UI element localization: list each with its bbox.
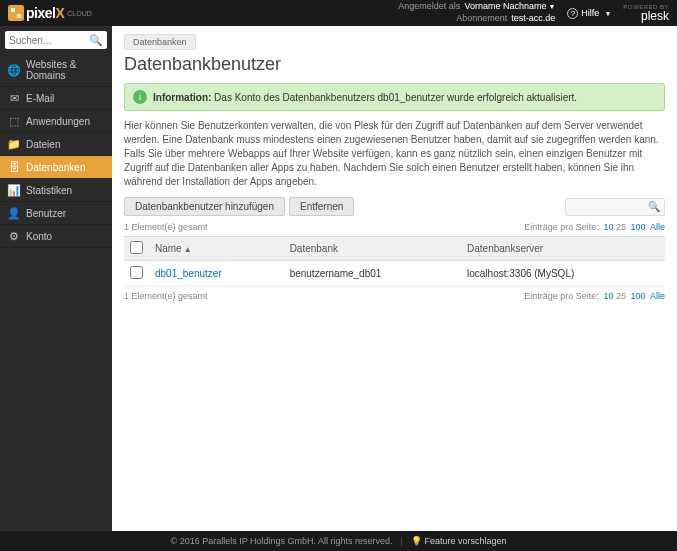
sidebar-item-email[interactable]: ✉E-Mail (0, 87, 112, 110)
page-description: Hier können Sie Benutzerkonten verwalten… (124, 119, 665, 189)
logo-cloud-label: CLOUD (67, 10, 92, 17)
logged-in-label: Angemeldet als (398, 1, 460, 13)
sidebar-item-statistics[interactable]: 📊Statistiken (0, 179, 112, 202)
pager-25: 25 (616, 291, 626, 301)
cell-server: localhost:3306 (MySQL) (461, 261, 665, 287)
gear-icon: ⚙ (8, 230, 20, 242)
sidebar: 🔍 🌐Websites & Domains ✉E-Mail ⬚Anwendung… (0, 26, 112, 531)
chevron-down-icon: ▼ (548, 3, 555, 10)
copyright: © 2016 Parallels IP Holdings GmbH. All r… (171, 536, 393, 546)
user-icon: 👤 (8, 207, 20, 219)
table-row: db01_benutzer benutzername_db01 localhos… (124, 261, 665, 287)
logo[interactable]: pixelX CLOUD (8, 5, 92, 21)
total-count: 1 Element(e) gesamt (124, 222, 208, 232)
account-info: Angemeldet als Vorname Nachname▼ Abonnem… (398, 1, 555, 24)
logo-icon (8, 5, 24, 21)
user-name-link[interactable]: Vorname Nachname▼ (464, 1, 555, 13)
subscription-link[interactable]: test-acc.de (511, 13, 555, 25)
nav-list: 🌐Websites & Domains ✉E-Mail ⬚Anwendungen… (0, 54, 112, 248)
sidebar-item-apps[interactable]: ⬚Anwendungen (0, 110, 112, 133)
apps-icon: ⬚ (8, 115, 20, 127)
sidebar-item-files[interactable]: 📁Dateien (0, 133, 112, 156)
help-menu[interactable]: ? Hilfe ▼ (567, 8, 611, 19)
sidebar-item-label: Benutzer (26, 208, 66, 219)
database-icon: 🗄 (8, 161, 20, 173)
alert-text: Information: Das Konto des Datenbankbenu… (153, 92, 577, 103)
cell-database: benutzername_db01 (284, 261, 461, 287)
search-icon[interactable]: 🔍 (89, 34, 103, 47)
mail-icon: ✉ (8, 92, 20, 104)
pager-100[interactable]: 100 (630, 222, 645, 232)
col-server[interactable]: Datenbankserver (461, 237, 665, 261)
remove-button[interactable]: Entfernen (289, 197, 354, 216)
sidebar-item-databases[interactable]: 🗄Datenbanken (0, 156, 112, 179)
toolbar: Datenbankbenutzer hinzufügen Entfernen 🔍 (124, 197, 665, 216)
sidebar-item-users[interactable]: 👤Benutzer (0, 202, 112, 225)
breadcrumb-databases[interactable]: Datenbanken (124, 34, 196, 50)
breadcrumb: Datenbanken (124, 34, 665, 50)
page-title: Datenbankbenutzer (124, 54, 665, 75)
plesk-badge: POWERED BY plesk (623, 4, 669, 22)
logo-text: pixelX (26, 5, 64, 21)
chevron-down-icon: ▼ (604, 10, 611, 17)
table-search: 🔍 (565, 198, 665, 216)
list-meta-top: 1 Element(e) gesamt Einträge pro Seite: … (124, 222, 665, 232)
pager-bottom: Einträge pro Seite: 10 25 100 Alle (524, 291, 665, 301)
globe-icon: 🌐 (8, 64, 20, 76)
select-all-checkbox[interactable] (130, 241, 143, 254)
sidebar-search: 🔍 (0, 26, 112, 54)
sidebar-item-label: Datenbanken (26, 162, 86, 173)
chart-icon: 📊 (8, 184, 20, 196)
pager-top: Einträge pro Seite: 10 25 100 Alle (524, 222, 665, 232)
pager-10[interactable]: 10 (603, 291, 613, 301)
pager-100[interactable]: 100 (630, 291, 645, 301)
sidebar-item-websites[interactable]: 🌐Websites & Domains (0, 54, 112, 87)
subscription-label: Abonnement (456, 13, 507, 25)
add-user-button[interactable]: Datenbankbenutzer hinzufügen (124, 197, 285, 216)
list-meta-bottom: 1 Element(e) gesamt Einträge pro Seite: … (124, 291, 665, 301)
user-name-link[interactable]: db01_benutzer (155, 268, 222, 279)
sidebar-item-label: Statistiken (26, 185, 72, 196)
sidebar-item-label: E-Mail (26, 93, 54, 104)
sidebar-item-label: Anwendungen (26, 116, 90, 127)
total-count-bottom: 1 Element(e) gesamt (124, 291, 208, 301)
folder-icon: 📁 (8, 138, 20, 150)
suggest-feature-link[interactable]: 💡 Feature vorschlagen (411, 536, 507, 546)
main-content: Datenbanken Datenbankbenutzer i Informat… (112, 26, 677, 531)
sidebar-item-label: Dateien (26, 139, 60, 150)
sort-asc-icon: ▲ (184, 245, 192, 254)
help-icon: ? (567, 8, 578, 19)
lightbulb-icon: 💡 (411, 536, 422, 546)
col-database[interactable]: Datenbank (284, 237, 461, 261)
info-icon: i (133, 90, 147, 104)
sidebar-item-label: Websites & Domains (26, 59, 104, 81)
search-input[interactable] (9, 35, 89, 46)
pager-all[interactable]: Alle (650, 222, 665, 232)
select-all-header (124, 237, 149, 261)
row-checkbox[interactable] (130, 266, 143, 279)
footer: © 2016 Parallels IP Holdings GmbH. All r… (0, 531, 677, 551)
pager-all[interactable]: Alle (650, 291, 665, 301)
sidebar-item-label: Konto (26, 231, 52, 242)
users-table: Name▲ Datenbank Datenbankserver db01_ben… (124, 236, 665, 287)
sidebar-item-account[interactable]: ⚙Konto (0, 225, 112, 248)
pager-10[interactable]: 10 (603, 222, 613, 232)
pager-25: 25 (616, 222, 626, 232)
search-icon[interactable]: 🔍 (648, 201, 660, 212)
table-search-input[interactable] (570, 201, 648, 212)
success-alert: i Information: Das Konto des Datenbankbe… (124, 83, 665, 111)
col-name[interactable]: Name▲ (149, 237, 284, 261)
top-header: pixelX CLOUD Angemeldet als Vorname Nach… (0, 0, 677, 26)
